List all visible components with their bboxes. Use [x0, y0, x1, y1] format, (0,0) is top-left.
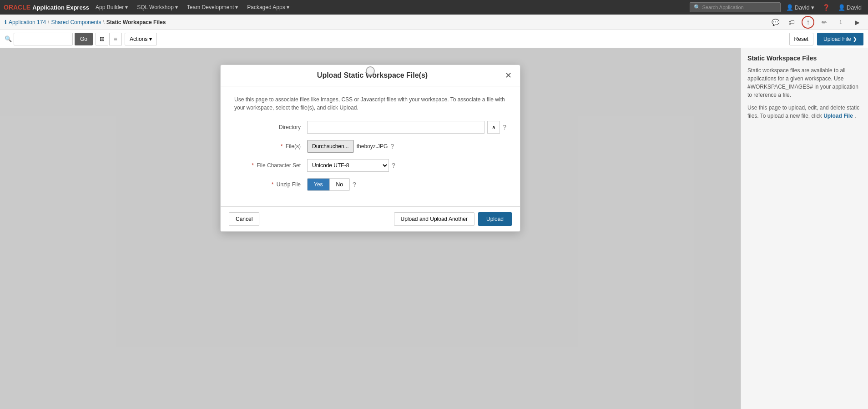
- upload-and-another-button[interactable]: Upload and Upload Another: [394, 212, 474, 226]
- help-icon: ❓: [823, 4, 830, 11]
- search-input[interactable]: [14, 33, 73, 45]
- search-icon: 🔍: [5, 35, 12, 42]
- modal-body: Use this page to associate files like im…: [221, 86, 520, 206]
- highlighted-button[interactable]: ↑: [802, 16, 814, 29]
- user-icon: 👤: [786, 4, 793, 11]
- search-icon: 🔍: [694, 4, 701, 10]
- modal-close-button[interactable]: ✕: [505, 71, 512, 80]
- reset-button[interactable]: Reset: [789, 33, 813, 45]
- oracle-logo: ORACLE Application Express: [4, 4, 89, 11]
- directory-expand-button[interactable]: ∧: [487, 121, 500, 134]
- modal-footer: Cancel Upload and Upload Another Upload: [221, 206, 520, 231]
- count-badge[interactable]: 1: [834, 16, 847, 29]
- nav-sql-workshop[interactable]: SQL Workshop ▾: [132, 0, 182, 15]
- directory-row: Directory ∧ ?: [234, 121, 506, 134]
- breadcrumb-current: Static Workspace Files: [106, 19, 166, 25]
- unzip-label: * Unzip File: [234, 181, 307, 188]
- nav-app-builder[interactable]: App Builder ▾: [91, 0, 132, 15]
- main-toolbar: 🔍 Go ⊞ ≡ Actions ▾ Reset Upload File ❯: [0, 30, 868, 48]
- modal-description: Use this page to associate files like im…: [234, 95, 506, 112]
- app-express-text: Application Express: [32, 4, 89, 11]
- charset-label: * File Character Set: [234, 162, 307, 169]
- grid-view-button[interactable]: ⊞: [96, 33, 108, 45]
- toolbar-right: Reset Upload File ❯: [789, 33, 863, 45]
- info-icon: ℹ: [5, 19, 7, 25]
- sidebar-title: Static Workspace Files: [747, 55, 862, 62]
- top-nav: ORACLE Application Express App Builder ▾…: [0, 0, 868, 15]
- user-menu-button[interactable]: 👤 David ▾: [783, 4, 817, 11]
- person-icon: 👤: [838, 4, 845, 11]
- directory-label: Directory: [234, 124, 307, 130]
- directory-control: ∧ ?: [307, 121, 506, 134]
- unzip-control: Yes No ?: [307, 178, 506, 191]
- chevron-down-icon: ▾: [235, 4, 238, 10]
- nav-team-development[interactable]: Team Development ▾: [182, 0, 242, 15]
- modal-drag-indicator: [366, 66, 375, 75]
- second-bar-right: 💬 🏷 ↑ ✏ 1 ▶: [769, 16, 863, 29]
- files-label: * File(s): [234, 143, 307, 150]
- modal-overlay: Upload Static Workspace File(s) ✕ Use th…: [0, 48, 741, 409]
- chevron-down-icon: ▾: [287, 4, 289, 10]
- help-button[interactable]: ❓: [820, 4, 833, 11]
- directory-input[interactable]: [307, 121, 484, 134]
- nav-right: 🔍 Search Application 👤 David ▾ ❓ 👤 David: [690, 2, 865, 12]
- sidebar-text-1: Static workspace files are available to …: [747, 66, 862, 99]
- breadcrumb-shared-link[interactable]: Shared Components: [51, 19, 101, 25]
- unzip-toggle: Yes No: [307, 178, 350, 191]
- charset-control: Unicode UTF-8 ISO-8859-1 UTF-16 Windows-…: [307, 159, 506, 172]
- chevron-down-icon: ▾: [175, 4, 178, 10]
- flag-button[interactable]: 🏷: [785, 16, 798, 29]
- chevron-down-icon: ▾: [125, 4, 128, 10]
- view-toggle: ⊞ ≡: [96, 33, 122, 45]
- search-placeholder: Search Application: [702, 5, 744, 10]
- unzip-help-icon[interactable]: ?: [353, 181, 356, 188]
- charset-help-icon[interactable]: ?: [392, 162, 395, 169]
- play-button[interactable]: ▶: [851, 16, 863, 29]
- sidebar-text-2: Use this page to upload, edit, and delet…: [747, 104, 862, 120]
- content-area: Upload Static Workspace File(s) ✕ Use th…: [0, 48, 868, 409]
- top-search-box[interactable]: 🔍 Search Application: [690, 2, 781, 12]
- charset-select[interactable]: Unicode UTF-8 ISO-8859-1 UTF-16 Windows-…: [307, 159, 389, 172]
- actions-button[interactable]: Actions ▾: [125, 33, 157, 45]
- breadcrumb-app-link[interactable]: Application 174: [9, 19, 46, 25]
- charset-row: * File Character Set Unicode UTF-8 ISO-8…: [234, 159, 506, 172]
- nav-packaged-apps[interactable]: Packaged Apps ▾: [242, 0, 293, 15]
- chevron-down-icon: ▾: [149, 36, 152, 42]
- cancel-button[interactable]: Cancel: [229, 212, 259, 226]
- right-sidebar: Static Workspace Files Static workspace …: [741, 48, 868, 409]
- search-wrap: 🔍 Go: [5, 33, 93, 45]
- upload-file-button[interactable]: Upload File ❯: [817, 33, 863, 45]
- main-content: Upload Static Workspace File(s) ✕ Use th…: [0, 48, 741, 409]
- oracle-text: ORACLE: [4, 4, 30, 11]
- list-view-button[interactable]: ≡: [109, 33, 122, 45]
- second-bar: ℹ Application 174 \ Shared Components \ …: [0, 15, 868, 30]
- breadcrumb: ℹ Application 174 \ Shared Components \ …: [5, 19, 166, 25]
- sidebar-upload-link[interactable]: Upload File: [823, 113, 853, 119]
- unzip-row: * Unzip File Yes No ?: [234, 178, 506, 191]
- directory-help-icon[interactable]: ?: [503, 124, 506, 131]
- comment-button[interactable]: 💬: [769, 16, 782, 29]
- browse-button[interactable]: Durchsuchen...: [307, 140, 354, 153]
- footer-right: Upload and Upload Another Upload: [394, 212, 512, 226]
- files-control: Durchsuchen... theboyz.JPG ?: [307, 140, 506, 153]
- file-name-display: theboyz.JPG: [357, 143, 388, 150]
- files-help-icon[interactable]: ?: [390, 143, 394, 150]
- unzip-yes-button[interactable]: Yes: [308, 179, 330, 190]
- unzip-no-button[interactable]: No: [330, 179, 349, 190]
- go-button[interactable]: Go: [75, 33, 93, 45]
- upload-button[interactable]: Upload: [478, 212, 512, 226]
- files-row: * File(s) Durchsuchen... theboyz.JPG ?: [234, 140, 506, 153]
- profile-button[interactable]: 👤 David: [835, 4, 864, 11]
- upload-modal: Upload Static Workspace File(s) ✕ Use th…: [220, 65, 520, 232]
- edit-button[interactable]: ✏: [818, 16, 831, 29]
- chevron-down-icon: ▾: [811, 4, 814, 11]
